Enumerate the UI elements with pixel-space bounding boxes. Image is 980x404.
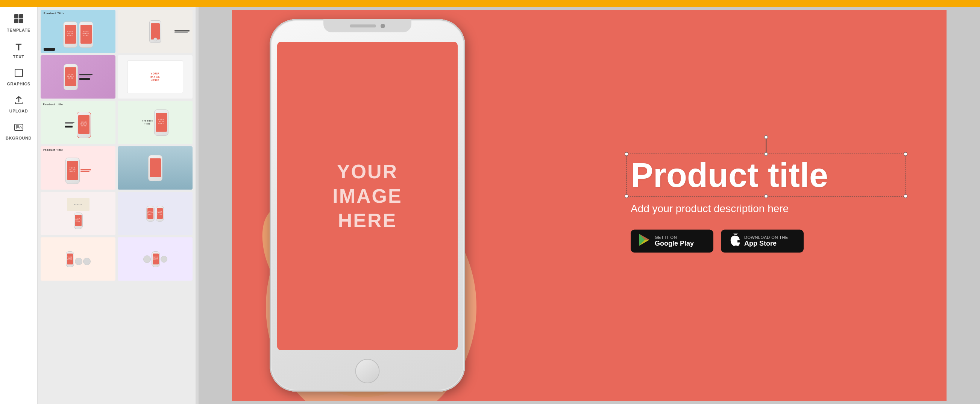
app-store-large: App Store [744, 240, 788, 248]
handle-bm[interactable] [764, 194, 768, 198]
phone-camera [380, 24, 385, 28]
canvas-area: YOURIMAGEHERE [199, 7, 980, 404]
sidebar-graphics-label: GRAPHICS [7, 82, 30, 86]
app-buttons-container: GET IT ON Google Play Download on [631, 230, 901, 253]
product-title[interactable]: Product title [631, 158, 901, 192]
sidebar-text-label: TEXT [13, 54, 24, 59]
sidebar-upload-label: UPLOAD [10, 109, 28, 113]
template-thumb-4[interactable]: YOURIMAGEHERE [118, 55, 192, 99]
text-icon: T [16, 41, 22, 53]
template-thumb-12[interactable]: YOURIMAGEHERE [118, 237, 192, 281]
sidebar-item-text[interactable]: T TEXT [3, 38, 35, 62]
svg-rect-1 [19, 14, 23, 18]
sidebar-item-template[interactable]: TEMPLATE [3, 11, 35, 35]
phone-notch [323, 19, 411, 32]
handle-bl[interactable] [625, 194, 628, 198]
svg-rect-0 [14, 14, 18, 18]
canvas-right-content: Product title Add your product descripti… [631, 158, 901, 253]
sidebar: TEMPLATE T TEXT GRAPHICS UPLOAD [0, 7, 38, 404]
phone-speaker [350, 24, 376, 27]
template-thumb-3[interactable]: YOURIMAGEHERE [41, 55, 115, 99]
handle-br[interactable] [904, 194, 907, 198]
app-store-text: Download on the App Store [744, 235, 788, 248]
template-icon [14, 14, 24, 26]
top-bar [0, 0, 980, 7]
handle-tm[interactable] [764, 152, 768, 156]
templates-panel: Product Title YOURIMAGEHERE YOURIMAGEHER… [38, 7, 196, 404]
upload-icon [14, 95, 24, 107]
sidebar-item-upload[interactable]: UPLOAD [3, 92, 35, 116]
template-thumb-7[interactable]: Product title YOURIMAGEHERE [41, 146, 115, 189]
google-play-button[interactable]: GET IT ON Google Play [631, 230, 713, 253]
template-thumb-2[interactable] [118, 10, 192, 53]
sidebar-item-graphics[interactable]: GRAPHICS [3, 65, 35, 89]
background-icon [14, 122, 24, 134]
google-play-icon [639, 234, 650, 249]
apple-icon [729, 234, 740, 249]
phone-home-button [355, 359, 380, 383]
handle-tr[interactable] [904, 152, 907, 156]
app-store-small: Download on the [744, 235, 788, 240]
graphics-icon [14, 68, 24, 80]
template-thumb-11[interactable]: YOURIMAGEHERE [41, 237, 115, 281]
template-thumb-5[interactable]: Product title YOURIMAGEHERE [41, 101, 115, 144]
thumb-label-1: Product Title [44, 12, 65, 15]
phone-screen-placeholder: YOURIMAGEHERE [332, 159, 402, 233]
rotate-handle[interactable] [764, 135, 768, 139]
sidebar-template-label: TEMPLATE [7, 28, 30, 32]
google-play-text: GET IT ON Google Play [655, 235, 694, 248]
phone-mockup: YOURIMAGEHERE [270, 19, 465, 391]
product-description[interactable]: Add your product description here [631, 203, 901, 215]
template-thumb-6[interactable]: ProductTitle YOURIMAGEHERE [118, 101, 192, 144]
panel-divider [196, 7, 199, 404]
canvas[interactable]: YOURIMAGEHERE [232, 10, 947, 401]
svg-rect-3 [19, 19, 23, 23]
template-thumb-10[interactable]: YOURIMAGEHERE YOURIMAGEHERE [118, 192, 192, 235]
title-selection-container[interactable]: Product title [631, 158, 901, 192]
app-store-button[interactable]: Download on the App Store [721, 230, 803, 253]
sidebar-item-background[interactable]: BKGROUND [3, 119, 35, 143]
google-play-large: Google Play [655, 240, 694, 248]
template-thumb-9[interactable]: scene YOURIMAGEHERE [41, 192, 115, 235]
svg-rect-4 [15, 69, 22, 77]
anchor-line [766, 139, 767, 152]
svg-rect-2 [14, 19, 18, 23]
handle-tl[interactable] [625, 152, 628, 156]
sidebar-background-label: BKGROUND [6, 136, 32, 140]
template-thumb-1[interactable]: Product Title YOURIMAGEHERE YOURIMAGEHER… [41, 10, 115, 53]
template-thumb-8[interactable] [118, 146, 192, 189]
google-play-small: GET IT ON [655, 235, 694, 240]
phone-screen: YOURIMAGEHERE [277, 42, 458, 350]
